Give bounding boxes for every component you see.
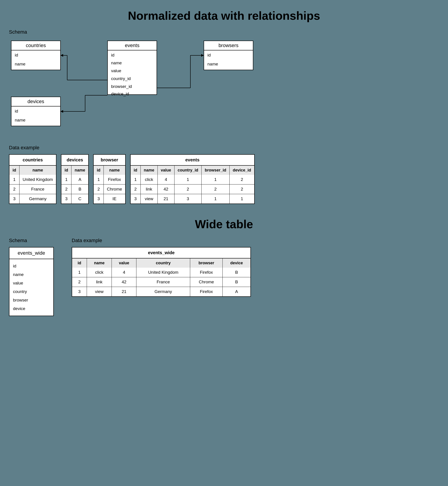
cell: 2 <box>201 184 229 194</box>
wide-col-value: value <box>112 258 136 268</box>
schema-field-value: value <box>13 279 50 287</box>
cell: IE <box>104 194 125 204</box>
devices-data-table: devices id name 1 A 2 B <box>61 154 89 204</box>
cell: link <box>140 184 158 194</box>
wide-data-label: Data example <box>72 238 251 243</box>
devices-table-header: devices <box>61 155 88 165</box>
events-col-name: name <box>140 165 158 175</box>
countries-col-name: name <box>19 165 56 175</box>
svg-text:id: id <box>111 53 114 58</box>
table-row: 1 click 4 1 1 2 <box>130 175 255 184</box>
cell: A <box>223 287 251 297</box>
data-tables-row: countries id name 1 United Kingdom 2 Fra… <box>9 154 439 204</box>
cell: France <box>19 184 56 194</box>
data-example-label: Data example <box>9 145 439 151</box>
wide-schema-label: Schema <box>9 238 54 243</box>
cell: link <box>87 277 112 287</box>
wide-schema-box: events_wide id name value country browse… <box>9 247 54 316</box>
events-col-country-id: country_id <box>174 165 201 175</box>
table-row: 3 Germany <box>9 194 56 204</box>
page-title: Normalized data with relationships <box>9 9 439 22</box>
cell: 2 <box>174 184 201 194</box>
svg-text:name: name <box>208 62 218 66</box>
cell: 21 <box>112 287 136 297</box>
table-row: 2 link 42 2 2 2 <box>130 184 255 194</box>
svg-text:id: id <box>15 109 18 113</box>
svg-text:id: id <box>15 53 18 58</box>
cell: 4 <box>112 268 136 277</box>
cell: 1 <box>61 175 72 184</box>
cell: B <box>72 184 89 194</box>
svg-text:countries: countries <box>26 43 46 48</box>
cell: click <box>87 268 112 277</box>
svg-text:events: events <box>125 43 140 48</box>
wide-table-title: Wide table <box>9 217 439 231</box>
cell: 21 <box>158 194 174 204</box>
browser-col-name: name <box>104 165 125 175</box>
cell: 1 <box>201 175 229 184</box>
cell: 1 <box>130 175 141 184</box>
browser-col-id: id <box>93 165 104 175</box>
cell: click <box>140 175 158 184</box>
table-row: 1 A <box>61 175 88 184</box>
wide-col-browser: browser <box>190 258 223 268</box>
cell: 3 <box>174 194 201 204</box>
wide-schema-box-container: events_wide id name value country browse… <box>9 247 54 316</box>
schema-svg: countries id name events id name value c… <box>9 39 412 135</box>
table-row: 2 Chrome <box>93 184 125 194</box>
svg-text:id: id <box>208 53 211 58</box>
cell: C <box>72 194 89 204</box>
cell: 2 <box>61 184 72 194</box>
cell: Firefox <box>190 268 223 277</box>
schema-field-name: name <box>13 270 50 279</box>
svg-text:name: name <box>15 118 25 122</box>
schema-field-country: country <box>13 287 50 296</box>
cell: Chrome <box>190 277 223 287</box>
devices-col-name: name <box>72 165 89 175</box>
cell: 42 <box>158 184 174 194</box>
svg-marker-31 <box>201 54 204 57</box>
wide-schema-layout: Schema events_wide id name value country… <box>9 238 439 316</box>
cell: France <box>136 277 190 287</box>
events-table-header: events <box>130 155 255 165</box>
cell: 3 <box>9 194 19 204</box>
wide-events-table-header: events_wide <box>72 247 251 258</box>
cell: B <box>223 268 251 277</box>
events-data-table: events id name value country_id browser_… <box>130 154 255 204</box>
svg-marker-35 <box>60 110 63 113</box>
svg-marker-27 <box>60 54 63 57</box>
events-col-browser-id: browser_id <box>201 165 229 175</box>
schema-field-device: device <box>13 305 50 313</box>
countries-data-table: countries id name 1 United Kingdom 2 Fra… <box>9 154 56 204</box>
table-row: 1 Firefox <box>93 175 125 184</box>
cell: 2 <box>9 184 19 194</box>
cell: A <box>72 175 89 184</box>
cell: United Kingdom <box>136 268 190 277</box>
cell: 3 <box>72 287 87 297</box>
cell: 3 <box>61 194 72 204</box>
wide-col-device: device <box>223 258 251 268</box>
cell: 42 <box>112 277 136 287</box>
svg-text:name: name <box>15 62 25 66</box>
wide-data-table-container: events_wide id name value country browse… <box>72 247 251 297</box>
svg-text:device_id: device_id <box>111 91 129 96</box>
normalized-section: Schema countries id name events id name … <box>9 29 439 204</box>
cell: 1 <box>201 194 229 204</box>
countries-table-header: countries <box>9 155 56 165</box>
table-row: 3 IE <box>93 194 125 204</box>
data-example-section: Data example countries id name 1 Unit <box>9 145 439 204</box>
events-col-id: id <box>130 165 141 175</box>
schema-field-id: id <box>13 262 50 270</box>
cell: 2 <box>72 277 87 287</box>
cell: 1 <box>9 175 19 184</box>
wide-schema-fields: id name value country browser device <box>9 259 53 316</box>
devices-col-id: id <box>61 165 72 175</box>
wide-data-side: Data example events_wide id name value c… <box>72 238 251 297</box>
cell: 3 <box>93 194 104 204</box>
schema-diagram: countries id name events id name value c… <box>9 39 439 136</box>
cell: 4 <box>158 175 174 184</box>
wide-events-data-table: events_wide id name value country browse… <box>72 247 251 297</box>
table-row: 2 France <box>9 184 56 194</box>
countries-col-id: id <box>9 165 19 175</box>
wide-col-id: id <box>72 258 87 268</box>
